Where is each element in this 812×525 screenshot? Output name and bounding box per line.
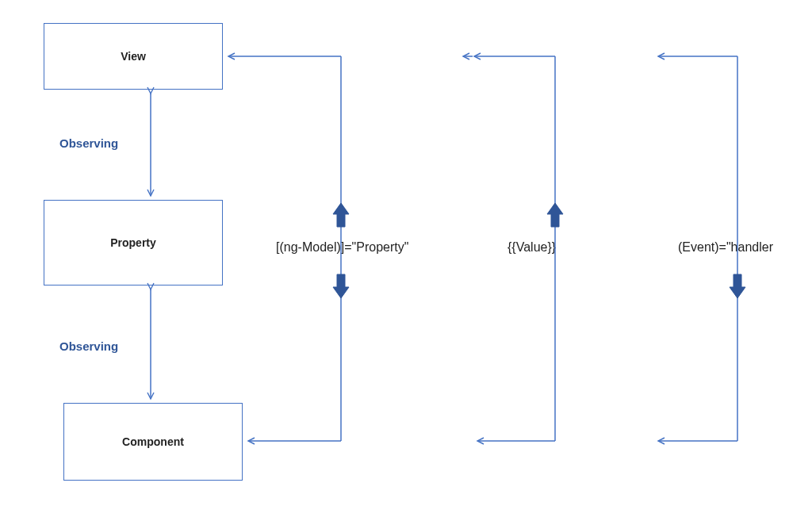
box-component: Component bbox=[63, 403, 243, 481]
box-view-label: View bbox=[121, 50, 146, 63]
block-arrow-up-icon bbox=[333, 203, 349, 227]
box-property-label: Property bbox=[110, 236, 156, 249]
label-event: (Event)="handler bbox=[678, 240, 773, 255]
box-component-label: Component bbox=[122, 435, 184, 448]
label-value: {{Value}} bbox=[508, 240, 556, 255]
diagram-canvas: View Property Component Observing Observ… bbox=[0, 0, 812, 525]
block-arrow-down-icon bbox=[730, 274, 745, 298]
box-property: Property bbox=[44, 200, 223, 285]
block-arrow-down-icon bbox=[333, 274, 349, 298]
label-ngmodel: [(ng-Model)]="Property" bbox=[276, 240, 408, 255]
label-observing-2: Observing bbox=[59, 339, 118, 353]
box-view: View bbox=[44, 23, 223, 90]
block-arrow-up-icon bbox=[547, 203, 563, 227]
label-observing-1: Observing bbox=[59, 136, 118, 150]
